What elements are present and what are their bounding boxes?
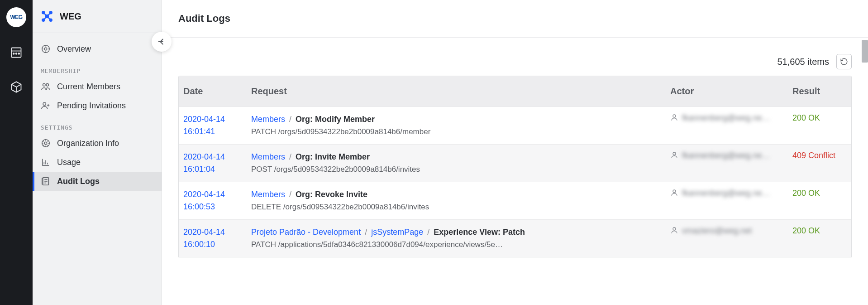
svg-point-9	[46, 15, 48, 18]
nav-usage[interactable]: Usage	[33, 153, 162, 172]
gear-icon	[41, 138, 51, 148]
table-row[interactable]: 2020-04-1416:00:10Projeto Padrão - Devel…	[179, 219, 851, 257]
rail-dashboards-icon[interactable]	[7, 44, 25, 62]
request-action: Org: Revoke Invite	[296, 190, 367, 199]
request-action: Org: Modify Member	[296, 115, 375, 124]
svg-point-2	[13, 53, 14, 54]
svg-point-8	[50, 19, 52, 21]
nav-organization-info-label: Organization Info	[57, 139, 119, 148]
request-breadcrumb: Members / Org: Invite Member	[251, 151, 670, 163]
table-toolbar: 51,605 items	[178, 54, 852, 69]
svg-point-40	[673, 228, 676, 230]
svg-point-15	[44, 48, 47, 50]
cell-request: Members / Org: Modify MemberPATCH /orgs/…	[251, 113, 670, 138]
members-icon	[41, 82, 51, 92]
actor-name: fkannenberg@weg.ne…	[682, 151, 770, 160]
rail-package-icon[interactable]	[7, 78, 25, 96]
main-header: Audit Logs	[162, 0, 868, 38]
nav-audit-logs-label: Audit Logs	[57, 177, 100, 186]
actor-name: fkannenberg@weg.ne…	[682, 113, 770, 123]
svg-rect-33	[42, 179, 43, 184]
nav-overview[interactable]: Overview	[33, 39, 162, 58]
th-actor: Actor	[670, 86, 792, 97]
cell-date: 2020-04-1416:00:53	[183, 189, 251, 213]
cell-date: 2020-04-1416:01:41	[183, 113, 251, 138]
sidebar-header: WEG	[33, 0, 162, 33]
brand-logo-text: WEG	[10, 14, 22, 20]
time-value: 16:01:41	[183, 126, 251, 138]
org-icon	[41, 10, 53, 23]
table-row[interactable]: 2020-04-1416:01:41Members / Org: Modify …	[179, 107, 851, 144]
sidebar-nav: Overview MEMBERSHIP Current Members Pend…	[33, 33, 162, 197]
request-action: Org: Invite Member	[296, 152, 370, 161]
brand-logo[interactable]: WEG	[6, 7, 26, 27]
main-content: 51,605 items Date Request Actor Result 2…	[162, 38, 868, 305]
date-value: 2020-04-14	[183, 151, 251, 163]
request-path: PATCH /applications/5dfa0346c821330006d7…	[251, 240, 670, 249]
th-date: Date	[183, 86, 251, 97]
svg-point-22	[43, 102, 46, 105]
th-request: Request	[251, 86, 670, 97]
refresh-button[interactable]	[836, 54, 852, 69]
chart-icon	[41, 157, 51, 167]
svg-line-11	[48, 14, 50, 15]
cell-request: Members / Org: Revoke InviteDELETE /orgs…	[251, 189, 670, 213]
svg-line-10	[44, 14, 46, 15]
cell-actor: fkannenberg@weg.ne…	[670, 189, 792, 213]
breadcrumb-separator: /	[425, 228, 432, 237]
table-row[interactable]: 2020-04-1416:01:04Members / Org: Invite …	[179, 144, 851, 182]
request-breadcrumb: Members / Org: Revoke Invite	[251, 189, 670, 201]
scrollbar-thumb[interactable]	[862, 40, 868, 63]
app-rail: WEG	[0, 0, 33, 305]
nav-current-members[interactable]: Current Members	[33, 77, 162, 96]
svg-point-5	[42, 11, 44, 14]
user-icon	[670, 113, 678, 124]
overview-icon	[41, 44, 51, 54]
table-body: 2020-04-1416:01:41Members / Org: Modify …	[179, 107, 851, 257]
nav-pending-invitations-label: Pending Invitations	[57, 101, 126, 111]
collapse-sidebar-button[interactable]	[152, 32, 172, 52]
user-icon	[670, 226, 678, 237]
table-row[interactable]: 2020-04-1416:00:53Members / Org: Revoke …	[179, 182, 851, 219]
main-panel: Audit Logs 51,605 items Date Request Act…	[162, 0, 868, 305]
request-action: Experience View: Patch	[434, 228, 525, 237]
nav-section-membership: MEMBERSHIP	[33, 58, 162, 77]
breadcrumb-link[interactable]: Members	[251, 115, 285, 124]
date-value: 2020-04-14	[183, 113, 251, 126]
cell-result: 200 OK	[792, 189, 847, 213]
cell-result: 200 OK	[792, 226, 847, 251]
svg-point-38	[673, 152, 676, 155]
cell-request: Projeto Padrão - Development / jsSystemP…	[251, 226, 670, 251]
request-path: POST /orgs/5d09534322be2b0009a814b6/invi…	[251, 165, 670, 174]
audit-log-table: Date Request Actor Result 2020-04-1416:0…	[178, 76, 852, 257]
log-icon	[41, 176, 51, 186]
request-path: PATCH /orgs/5d09534322be2b0009a814b6/mem…	[251, 127, 670, 136]
breadcrumb-link[interactable]: Members	[251, 190, 285, 199]
cell-actor: fkannenberg@weg.ne…	[670, 151, 792, 175]
request-breadcrumb: Projeto Padrão - Development / jsSystemP…	[251, 226, 670, 238]
breadcrumb-link[interactable]: jsSystemPage	[371, 228, 423, 237]
breadcrumb-separator: /	[287, 152, 294, 161]
nav-organization-info[interactable]: Organization Info	[33, 134, 162, 153]
svg-point-3	[16, 53, 17, 54]
cell-actor: vmaziero@weg.net	[670, 226, 792, 251]
svg-point-6	[50, 11, 52, 14]
svg-point-26	[44, 142, 47, 145]
item-count: 51,605 items	[777, 57, 829, 67]
svg-point-7	[42, 19, 44, 21]
svg-point-20	[43, 84, 46, 87]
actor-name: fkannenberg@weg.ne…	[682, 189, 770, 198]
cell-actor: fkannenberg@weg.ne…	[670, 113, 792, 138]
th-result: Result	[792, 86, 847, 97]
request-breadcrumb: Members / Org: Modify Member	[251, 113, 670, 126]
breadcrumb-separator: /	[287, 190, 294, 199]
breadcrumb-link[interactable]: Members	[251, 152, 285, 161]
nav-audit-logs[interactable]: Audit Logs	[33, 172, 162, 191]
breadcrumb-link[interactable]: Projeto Padrão - Development	[251, 228, 361, 237]
user-icon	[670, 189, 678, 199]
cell-request: Members / Org: Invite MemberPOST /orgs/5…	[251, 151, 670, 175]
nav-pending-invitations[interactable]: Pending Invitations	[33, 96, 162, 115]
date-value: 2020-04-14	[183, 189, 251, 201]
sidebar: WEG Overview MEMBERSHIP Current Members …	[33, 0, 162, 305]
nav-overview-label: Overview	[57, 44, 91, 54]
